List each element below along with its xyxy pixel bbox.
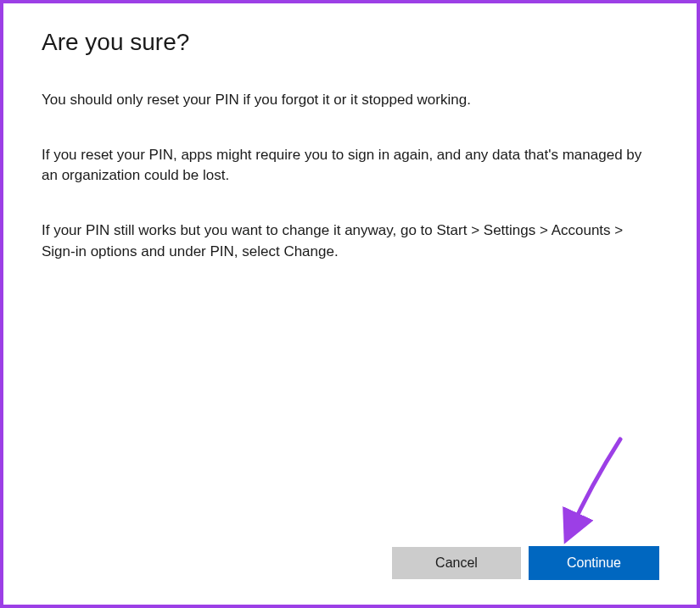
dialog-paragraph-1: You should only reset your PIN if you fo… bbox=[42, 90, 658, 111]
annotation-arrow-icon bbox=[548, 435, 633, 545]
cancel-button[interactable]: Cancel bbox=[392, 547, 521, 579]
button-bar: Cancel Continue bbox=[392, 547, 658, 579]
dialog-content: Are you sure? You should only reset your… bbox=[3, 3, 697, 262]
dialog-title: Are you sure? bbox=[42, 29, 658, 56]
dialog-paragraph-3: If your PIN still works but you want to … bbox=[42, 220, 658, 262]
dialog-paragraph-2: If you reset your PIN, apps might requir… bbox=[42, 145, 658, 187]
continue-button[interactable]: Continue bbox=[529, 547, 658, 579]
